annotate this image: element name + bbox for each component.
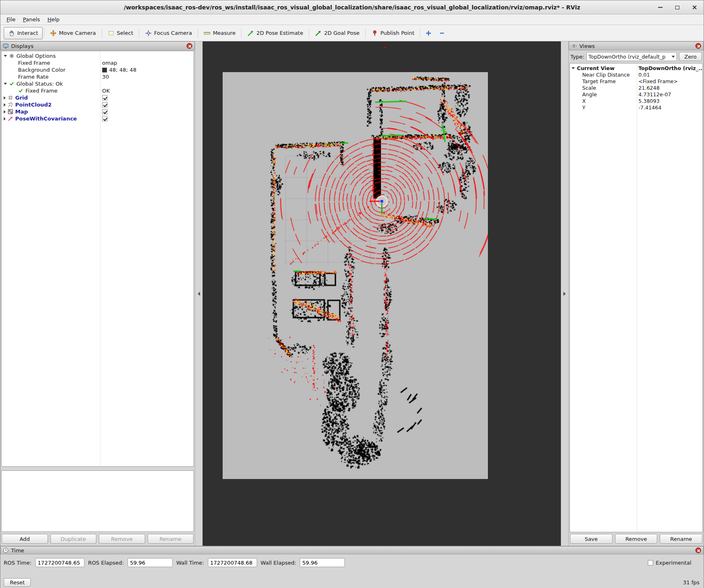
views-item-value[interactable]: 0.01 xyxy=(637,72,702,78)
displays-panel-title: Displays xyxy=(11,43,34,49)
tool-interact[interactable]: Interact xyxy=(4,27,43,39)
display-description-area xyxy=(1,470,194,532)
time-bottom-row: Reset 31 fps xyxy=(0,577,704,588)
tree-row-background-color[interactable]: Background Color 48; 48; 48 xyxy=(2,66,194,73)
tool-focus-camera[interactable]: Focus Camera xyxy=(141,27,196,39)
tree-item-label: Map xyxy=(15,109,28,115)
views-row-angle[interactable]: Angle 4.73112e-07 xyxy=(570,91,702,98)
view-type-combobox[interactable]: TopDownOrtho (rviz_default_p xyxy=(586,52,677,61)
tree-row-pointcloud2[interactable]: PointCloud2 xyxy=(2,101,194,108)
close-button[interactable] xyxy=(691,4,698,11)
tree-row-global-status[interactable]: Global Status: Ok xyxy=(2,80,194,87)
views-item-value[interactable]: 4.73112e-07 xyxy=(637,91,702,98)
toolbar-separator xyxy=(198,28,198,38)
expander-down-icon[interactable] xyxy=(4,83,7,85)
zero-button[interactable]: Zero xyxy=(679,52,702,61)
reset-button[interactable]: Reset xyxy=(4,578,31,587)
ros-elapsed-label: ROS Elapsed: xyxy=(88,560,124,566)
time-close-button[interactable] xyxy=(695,547,701,553)
views-item-value[interactable]: 21.6248 xyxy=(637,85,702,91)
pose-enabled-checkbox[interactable] xyxy=(102,116,107,121)
expander-right-icon[interactable] xyxy=(4,110,6,114)
duplicate-display-button[interactable]: Duplicate xyxy=(50,534,97,544)
frame-rate-value[interactable]: 30 xyxy=(102,74,109,80)
collapse-left-icon xyxy=(198,292,200,296)
tool-label: Focus Camera xyxy=(154,30,192,36)
views-row-current-view[interactable]: Current View TopDownOrtho (rviz_... xyxy=(570,65,702,71)
publish-point-pin-icon xyxy=(371,30,378,36)
ros-time-input[interactable] xyxy=(35,558,84,567)
grid-enabled-checkbox[interactable] xyxy=(102,95,107,100)
menu-panels[interactable]: Panels xyxy=(19,15,44,24)
grid-icon xyxy=(8,95,13,100)
remove-view-button[interactable]: Remove xyxy=(615,534,658,544)
views-row-x[interactable]: X 5.38093 xyxy=(570,98,702,104)
background-color-value[interactable]: 48; 48; 48 xyxy=(109,67,137,73)
wall-elapsed-input[interactable] xyxy=(300,558,345,567)
expander-down-icon[interactable] xyxy=(4,55,7,57)
ros-elapsed-input[interactable] xyxy=(128,558,173,567)
tool-select[interactable]: Select xyxy=(103,27,138,39)
tree-item-label: PointCloud2 xyxy=(15,102,52,108)
expander-right-icon[interactable] xyxy=(4,117,6,120)
experimental-checkbox[interactable] xyxy=(648,560,653,565)
views-row-target-frame[interactable]: Target Frame <Fixed Frame> xyxy=(570,78,702,84)
displays-buttons: Add Duplicate Remove Rename xyxy=(0,533,195,546)
views-item-value[interactable]: 5.38093 xyxy=(637,98,702,104)
add-display-button[interactable]: Add xyxy=(2,534,48,544)
menu-help[interactable]: Help xyxy=(44,15,64,24)
column-separator[interactable] xyxy=(100,51,100,466)
maximize-button[interactable] xyxy=(674,4,681,11)
minimize-button[interactable] xyxy=(657,4,663,11)
expander-right-icon[interactable] xyxy=(4,96,6,100)
tree-row-global-options[interactable]: Global Options xyxy=(2,52,194,59)
viewport[interactable] xyxy=(203,41,561,546)
tool-publish-point[interactable]: Publish Point xyxy=(367,27,419,39)
tool-move-camera[interactable]: Move Camera xyxy=(46,27,100,39)
expander-down-icon[interactable] xyxy=(572,67,575,69)
tree-row-map[interactable]: Map xyxy=(2,108,194,115)
views-panel-header[interactable]: Views xyxy=(569,41,704,50)
select-icon xyxy=(108,30,114,36)
views-item-value[interactable]: -7.41464 xyxy=(637,104,702,111)
tree-row-pose-with-covariance[interactable]: PoseWithCovariance xyxy=(2,115,194,122)
add-tool-button[interactable] xyxy=(421,27,435,39)
views-row-y[interactable]: Y -7.41464 xyxy=(570,104,702,111)
menubar: File Panels Help xyxy=(0,14,704,25)
column-separator[interactable] xyxy=(637,64,637,532)
displays-panel-header[interactable]: Displays xyxy=(0,41,195,50)
tree-row-fixed-frame[interactable]: Fixed Frame omap xyxy=(2,59,194,66)
map-canvas[interactable] xyxy=(223,72,488,479)
tree-row-frame-rate[interactable]: Frame Rate 30 xyxy=(2,73,194,80)
views-row-scale[interactable]: Scale 21.6248 xyxy=(570,84,702,91)
tree-row-grid[interactable]: Grid xyxy=(2,94,194,101)
tool-2d-goal-pose[interactable]: 2D Goal Pose xyxy=(310,27,364,39)
tool-measure[interactable]: Measure xyxy=(199,27,240,39)
views-item-value[interactable]: <Fixed Frame> xyxy=(637,78,702,84)
rename-display-button[interactable]: Rename xyxy=(148,534,194,544)
time-panel-header[interactable]: Time xyxy=(0,546,704,554)
map-enabled-checkbox[interactable] xyxy=(102,109,107,114)
hand-icon xyxy=(8,30,15,36)
pointcloud2-enabled-checkbox[interactable] xyxy=(102,102,107,107)
wall-time-input[interactable] xyxy=(208,558,257,567)
left-splitter-handle[interactable] xyxy=(195,41,203,546)
rename-view-button[interactable]: Rename xyxy=(660,534,702,544)
background-color-swatch[interactable] xyxy=(102,68,107,73)
tool-2d-pose-estimate[interactable]: 2D Pose Estimate xyxy=(243,27,308,39)
remove-display-button[interactable]: Remove xyxy=(99,534,145,544)
displays-panel: Displays Global Options Fixed Frame om xyxy=(0,41,195,546)
views-row-near-clip[interactable]: Near Clip Distance 0.01 xyxy=(570,71,702,78)
tool-label: Move Camera xyxy=(59,30,96,36)
menu-file[interactable]: File xyxy=(3,15,19,24)
tool-label: Select xyxy=(117,30,133,36)
expander-right-icon[interactable] xyxy=(4,103,6,107)
tree-row-status-fixed-frame[interactable]: Fixed Frame OK xyxy=(2,87,194,94)
tree-item-label: Global Status: Ok xyxy=(16,81,63,87)
fixed-frame-value[interactable]: omap xyxy=(102,60,117,66)
right-splitter-handle[interactable] xyxy=(561,41,568,546)
views-close-button[interactable] xyxy=(695,43,701,49)
remove-tool-button[interactable] xyxy=(435,27,449,39)
save-view-button[interactable]: Save xyxy=(570,534,613,544)
displays-close-button[interactable] xyxy=(187,43,192,49)
